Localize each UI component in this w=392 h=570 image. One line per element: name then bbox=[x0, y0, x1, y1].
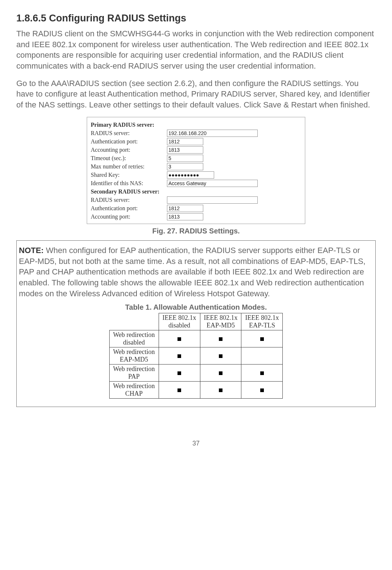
note-and-table-frame: NOTE: When configured for EAP authentica… bbox=[16, 240, 376, 407]
cell bbox=[159, 330, 200, 347]
row-webredir-disabled: Web redirectiondisabled bbox=[109, 330, 159, 347]
cell-empty bbox=[241, 347, 283, 365]
table-row: Web redirectionCHAP bbox=[109, 382, 283, 399]
check-icon bbox=[219, 354, 222, 358]
cell bbox=[159, 382, 200, 399]
col-ieee-disabled: IEEE 802.1xdisabled bbox=[159, 313, 200, 330]
paragraph-2: Go to the AAA\RADIUS section (see sectio… bbox=[16, 78, 376, 110]
note-text: When configured for EAP authentication, … bbox=[19, 246, 366, 298]
cell bbox=[159, 347, 200, 365]
cell bbox=[200, 347, 241, 365]
shared-key-label: Shared Key: bbox=[91, 172, 167, 178]
acct-port-input[interactable] bbox=[167, 146, 203, 154]
cell bbox=[159, 365, 200, 382]
row-webredir-chap: Web redirectionCHAP bbox=[109, 382, 159, 399]
check-icon bbox=[219, 388, 222, 392]
cell bbox=[241, 330, 283, 347]
cell bbox=[200, 365, 241, 382]
table-caption: Table 1. Allowable Authentication Modes. bbox=[17, 303, 375, 312]
sec-radius-server-label: RADIUS server: bbox=[91, 197, 167, 203]
check-icon bbox=[177, 388, 181, 392]
sec-acct-port-label: Accounting port: bbox=[91, 213, 167, 220]
sec-auth-port-input[interactable] bbox=[167, 205, 203, 212]
check-icon bbox=[177, 354, 181, 358]
check-icon bbox=[177, 337, 181, 341]
section-heading: 1.8.6.5 Configuring RADIUS Settings bbox=[16, 13, 376, 24]
check-icon bbox=[260, 371, 264, 375]
note-box: NOTE: When configured for EAP authentica… bbox=[17, 244, 375, 300]
row-webredir-pap: Web redirectionPAP bbox=[109, 365, 159, 382]
auth-port-input[interactable] bbox=[167, 138, 203, 145]
page-number: 37 bbox=[16, 440, 376, 447]
primary-radius-header: Primary RADIUS server: bbox=[91, 122, 301, 128]
secondary-radius-header: Secondary RADIUS server: bbox=[91, 188, 301, 195]
col-ieee-eaptls: IEEE 802.1xEAP-TLS bbox=[241, 313, 283, 330]
table-row: Web redirectiondisabled bbox=[109, 330, 283, 347]
timeout-input[interactable] bbox=[167, 155, 203, 162]
shared-key-input[interactable] bbox=[167, 171, 214, 179]
cell bbox=[200, 330, 241, 347]
nas-id-input[interactable] bbox=[167, 180, 258, 187]
table-row: Web redirectionPAP bbox=[109, 365, 283, 382]
check-icon bbox=[219, 337, 222, 341]
paragraph-1: The RADIUS client on the SMCWHSG44-G wor… bbox=[16, 28, 376, 72]
row-webredir-eapmd5: Web redirectionEAP-MD5 bbox=[109, 347, 159, 365]
retries-input[interactable] bbox=[167, 163, 203, 170]
sec-acct-port-input[interactable] bbox=[167, 213, 203, 220]
check-icon bbox=[260, 388, 264, 392]
auth-port-label: Authentication port: bbox=[91, 138, 167, 145]
radius-settings-panel: Primary RADIUS server: RADIUS server: Au… bbox=[87, 117, 305, 224]
radius-server-input[interactable] bbox=[167, 130, 258, 137]
nas-id-label: Identifier of this NAS: bbox=[91, 180, 167, 187]
sec-auth-port-label: Authentication port: bbox=[91, 205, 167, 212]
retries-label: Max number of retries: bbox=[91, 163, 167, 170]
check-icon bbox=[177, 371, 181, 375]
cell bbox=[241, 365, 283, 382]
sec-radius-server-input[interactable] bbox=[167, 196, 258, 204]
cell bbox=[241, 382, 283, 399]
table-row: Web redirectionEAP-MD5 bbox=[109, 347, 283, 365]
auth-modes-table: IEEE 802.1xdisabled IEEE 802.1xEAP-MD5 I… bbox=[109, 313, 283, 399]
radius-server-label: RADIUS server: bbox=[91, 130, 167, 137]
col-ieee-eapmd5: IEEE 802.1xEAP-MD5 bbox=[200, 313, 241, 330]
table-header-row: IEEE 802.1xdisabled IEEE 802.1xEAP-MD5 I… bbox=[109, 313, 283, 330]
check-icon bbox=[260, 337, 264, 341]
check-icon bbox=[219, 371, 222, 375]
figure-caption: Fig. 27. RADIUS Settings. bbox=[16, 227, 376, 235]
cell bbox=[200, 382, 241, 399]
note-label: NOTE: bbox=[19, 246, 44, 255]
timeout-label: Timeout (sec.): bbox=[91, 155, 167, 162]
acct-port-label: Accounting port: bbox=[91, 147, 167, 153]
